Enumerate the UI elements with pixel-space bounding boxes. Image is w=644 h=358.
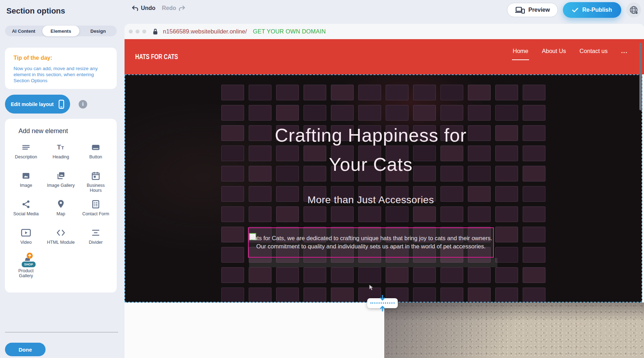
preview-button[interactable]: Preview bbox=[507, 3, 558, 17]
add-element-contact-form[interactable]: Contact Form bbox=[78, 199, 113, 227]
info-icon[interactable]: i bbox=[79, 100, 87, 109]
republish-button[interactable]: Re-Publish bbox=[563, 2, 621, 18]
add-element-label: Social Media bbox=[13, 211, 39, 216]
tip-of-the-day-card: Tip of the day: Now you can add, move an… bbox=[5, 48, 117, 89]
hero-tile bbox=[440, 206, 463, 222]
hero-tile bbox=[221, 105, 244, 121]
hero-tile bbox=[495, 125, 518, 141]
hero-section[interactable]: Crafting Happiness for Your Cats More th… bbox=[125, 74, 642, 302]
hero-body-text[interactable]: Hats for Cats, we are dedicated to craft… bbox=[249, 234, 493, 251]
hero-tile bbox=[523, 227, 545, 242]
hero-tile bbox=[303, 85, 326, 100]
hero-tile bbox=[221, 146, 244, 161]
tab-elements[interactable]: Elements bbox=[42, 26, 80, 36]
hero-tile bbox=[468, 105, 491, 121]
canvas-scrollbar[interactable] bbox=[639, 43, 642, 110]
add-element-video[interactable]: Video bbox=[9, 227, 43, 255]
hero-tile bbox=[386, 105, 408, 121]
hero-tile bbox=[221, 186, 244, 202]
resize-dotted-line bbox=[370, 302, 395, 304]
hero-tile bbox=[303, 267, 326, 283]
panel-tabs: AI Content Elements Design bbox=[5, 26, 117, 36]
hero-tile bbox=[523, 105, 545, 121]
check-icon bbox=[572, 8, 578, 12]
hero-tile bbox=[303, 206, 326, 222]
add-element-html-module[interactable]: HTML Module bbox=[43, 227, 78, 255]
hero-tile bbox=[523, 267, 545, 283]
hero-tile bbox=[413, 267, 436, 283]
hero-tile bbox=[495, 146, 518, 161]
hero-tile bbox=[221, 166, 244, 181]
add-element-heading[interactable]: TTHeading bbox=[43, 142, 78, 170]
nav-item-about-us[interactable]: About Us bbox=[542, 48, 566, 56]
hero-tile bbox=[413, 85, 436, 100]
hero-tile bbox=[221, 125, 244, 141]
nav-more-button[interactable]: ... bbox=[621, 48, 628, 56]
business-hours-icon bbox=[91, 170, 100, 181]
site-url[interactable]: n1566589.websitebuilder.online/ bbox=[163, 28, 247, 35]
section-resize-handle[interactable] bbox=[367, 298, 398, 308]
description-icon bbox=[21, 142, 31, 153]
hero-tile bbox=[413, 288, 436, 302]
nav-item-contact-us[interactable]: Contact us bbox=[580, 48, 608, 56]
site-header: HATS FOR CATS HomeAbout UsContact us... bbox=[125, 39, 644, 74]
svg-text:T: T bbox=[61, 145, 64, 151]
hero-heading[interactable]: Crafting Happiness for Your Cats bbox=[246, 121, 495, 179]
hero-tile bbox=[523, 125, 545, 141]
browser-dot bbox=[136, 30, 139, 33]
browser-dot bbox=[142, 30, 146, 33]
site-logo[interactable]: HATS FOR CATS bbox=[135, 52, 178, 61]
tab-ai-content[interactable]: AI Content bbox=[5, 26, 42, 36]
tip-body: Now you can add, move and resize any ele… bbox=[14, 65, 107, 84]
hero-tile bbox=[221, 288, 244, 302]
mobile-phone-icon bbox=[58, 100, 64, 109]
mouse-cursor bbox=[369, 284, 374, 291]
upgrade-arrow-icon bbox=[27, 253, 33, 259]
undo-button[interactable]: Undo bbox=[132, 5, 155, 11]
add-element-product-gallery[interactable]: SHOPProduct Gallery bbox=[9, 256, 43, 284]
add-element-label: Image bbox=[20, 183, 32, 188]
selected-text-element[interactable]: Hats for Cats, we are dedicated to craft… bbox=[248, 227, 494, 258]
add-element-divider[interactable]: Divider bbox=[78, 227, 113, 255]
hero-tile bbox=[440, 105, 463, 121]
site-preview-canvas: n1566589.websitebuilder.online/ GET YOUR… bbox=[125, 24, 644, 358]
add-element-button[interactable]: Button bbox=[78, 142, 113, 170]
add-element-label: Product Gallery bbox=[11, 268, 41, 278]
add-element-map[interactable]: Map bbox=[43, 199, 78, 227]
browser-address-bar: n1566589.websitebuilder.online/ GET YOUR… bbox=[125, 24, 644, 39]
panel-divider bbox=[5, 332, 118, 332]
button-icon bbox=[91, 142, 101, 153]
add-element-image[interactable]: Image bbox=[9, 170, 43, 198]
redo-button[interactable]: Redo bbox=[162, 5, 185, 11]
video-icon bbox=[21, 227, 31, 238]
hero-subheading[interactable]: More than Just Accessories bbox=[246, 195, 495, 205]
add-element-description[interactable]: Description bbox=[9, 142, 43, 170]
add-element-label: Description bbox=[15, 154, 37, 159]
language-globe-button[interactable] bbox=[626, 2, 641, 17]
hero-tile bbox=[468, 85, 491, 100]
get-domain-link[interactable]: GET YOUR OWN DOMAIN bbox=[253, 28, 326, 35]
contact-form-icon bbox=[91, 199, 100, 210]
done-button[interactable]: Done bbox=[5, 343, 46, 356]
add-element-social-media[interactable]: Social Media bbox=[9, 199, 43, 227]
hero-tile bbox=[386, 267, 408, 283]
edit-mobile-layout-button[interactable]: Edit mobile layout bbox=[5, 95, 70, 114]
undo-icon bbox=[132, 6, 138, 11]
hero-tile bbox=[303, 105, 326, 121]
tab-design[interactable]: Design bbox=[79, 26, 117, 36]
add-element-image-gallery[interactable]: Image Gallery bbox=[43, 170, 78, 198]
nav-item-home[interactable]: Home bbox=[513, 48, 528, 56]
preview-label: Preview bbox=[528, 7, 550, 13]
hero-tile bbox=[331, 206, 354, 222]
hero-tile bbox=[221, 227, 244, 242]
hero-tile bbox=[495, 227, 518, 242]
hero-body-line1: Hats for Cats, we are dedicated to craft… bbox=[250, 235, 492, 241]
add-element-business-hours[interactable]: Business Hours bbox=[78, 170, 113, 198]
hero-tile bbox=[358, 267, 381, 283]
hero-tile bbox=[331, 105, 354, 121]
browser-dots bbox=[129, 30, 146, 33]
hero-tile bbox=[221, 267, 244, 283]
add-new-element-card: Add new element DescriptionTTHeadingButt… bbox=[5, 119, 117, 293]
add-element-label: Heading bbox=[53, 154, 69, 159]
add-element-label: Button bbox=[89, 154, 102, 159]
